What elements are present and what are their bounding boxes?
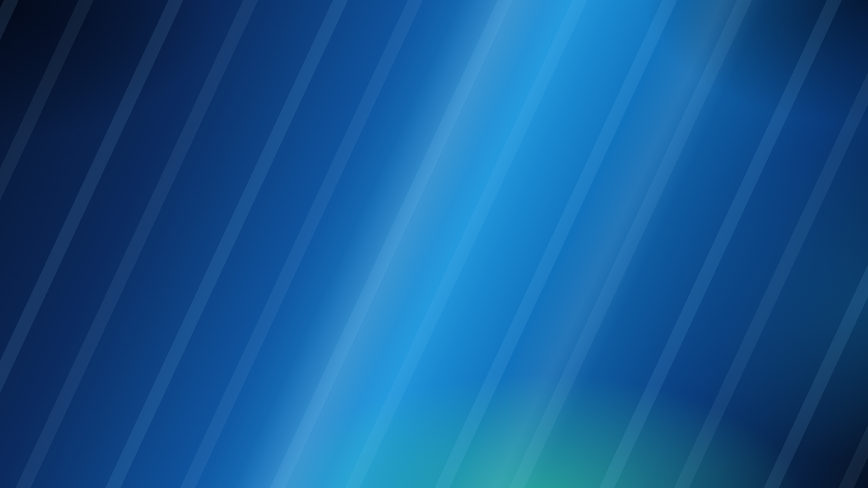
desktop[interactable] bbox=[0, 0, 868, 488]
